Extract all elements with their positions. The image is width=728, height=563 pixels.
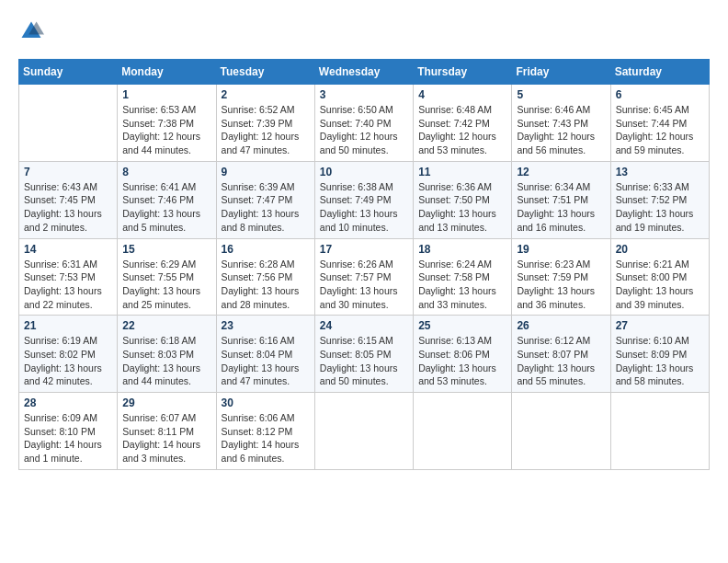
calendar-table: SundayMondayTuesdayWednesdayThursdayFrid…: [18, 59, 710, 470]
day-number: 15: [122, 243, 210, 256]
day-info: Sunrise: 6:21 AMSunset: 8:00 PMDaylight:…: [616, 258, 704, 312]
day-number: 20: [616, 243, 704, 256]
day-info: Sunrise: 6:43 AMSunset: 7:45 PMDaylight:…: [24, 180, 112, 235]
calendar-cell: 8Sunrise: 6:41 AMSunset: 7:46 PMDaylight…: [118, 161, 216, 238]
day-number: 1: [122, 88, 210, 101]
day-info: Sunrise: 6:07 AMSunset: 8:11 PMDaylight:…: [122, 411, 210, 465]
calendar-cell: 6Sunrise: 6:45 AMSunset: 7:44 PMDaylight…: [610, 85, 709, 162]
weekday-header-friday: Friday: [512, 60, 610, 85]
day-info: Sunrise: 6:53 AMSunset: 7:38 PMDaylight:…: [122, 103, 210, 157]
weekday-header-tuesday: Tuesday: [216, 60, 314, 85]
weekday-header-monday: Monday: [118, 60, 216, 85]
day-number: 7: [24, 166, 112, 178]
day-number: 29: [122, 396, 210, 409]
calendar-cell: 7Sunrise: 6:43 AMSunset: 7:45 PMDaylight…: [19, 161, 118, 238]
day-number: 22: [122, 319, 210, 332]
day-info: Sunrise: 6:09 AMSunset: 8:10 PMDaylight:…: [24, 411, 112, 465]
day-info: Sunrise: 6:28 AMSunset: 7:56 PMDaylight:…: [222, 258, 310, 312]
day-info: Sunrise: 6:19 AMSunset: 8:02 PMDaylight:…: [24, 334, 112, 388]
day-info: Sunrise: 6:15 AMSunset: 8:05 PMDaylight:…: [320, 334, 408, 388]
weekday-header-thursday: Thursday: [414, 60, 512, 85]
day-info: Sunrise: 6:31 AMSunset: 7:53 PMDaylight:…: [24, 258, 112, 312]
logo: [18, 18, 48, 44]
day-info: Sunrise: 6:45 AMSunset: 7:44 PMDaylight:…: [616, 103, 704, 157]
calendar-cell: 22Sunrise: 6:18 AMSunset: 8:03 PMDayligh…: [118, 316, 216, 393]
calendar-cell: 13Sunrise: 6:33 AMSunset: 7:52 PMDayligh…: [610, 161, 709, 238]
weekday-header-sunday: Sunday: [19, 60, 118, 85]
day-info: Sunrise: 6:38 AMSunset: 7:49 PMDaylight:…: [320, 180, 408, 235]
day-info: Sunrise: 6:33 AMSunset: 7:52 PMDaylight:…: [616, 180, 704, 235]
calendar-cell: 24Sunrise: 6:15 AMSunset: 8:05 PMDayligh…: [314, 316, 413, 393]
day-number: 25: [418, 319, 506, 332]
calendar-cell: 12Sunrise: 6:34 AMSunset: 7:51 PMDayligh…: [512, 161, 610, 238]
calendar-cell: 17Sunrise: 6:26 AMSunset: 7:57 PMDayligh…: [314, 238, 413, 316]
day-number: 3: [320, 88, 408, 101]
calendar-cell: 23Sunrise: 6:16 AMSunset: 8:04 PMDayligh…: [216, 316, 314, 393]
day-number: 9: [222, 166, 310, 178]
day-number: 19: [517, 243, 605, 256]
day-number: 2: [222, 88, 310, 101]
calendar-cell: 4Sunrise: 6:48 AMSunset: 7:42 PMDaylight…: [414, 85, 512, 162]
calendar-cell: 21Sunrise: 6:19 AMSunset: 8:02 PMDayligh…: [19, 316, 118, 393]
logo-icon: [18, 18, 44, 44]
day-number: 10: [320, 166, 408, 178]
weekday-header-saturday: Saturday: [610, 60, 709, 85]
day-number: 24: [320, 319, 408, 332]
day-number: 30: [222, 396, 310, 409]
calendar-cell: 5Sunrise: 6:46 AMSunset: 7:43 PMDaylight…: [512, 85, 610, 162]
day-info: Sunrise: 6:48 AMSunset: 7:42 PMDaylight:…: [418, 103, 506, 157]
day-info: Sunrise: 6:50 AMSunset: 7:40 PMDaylight:…: [320, 103, 408, 157]
day-info: Sunrise: 6:26 AMSunset: 7:57 PMDaylight:…: [320, 258, 408, 312]
day-info: Sunrise: 6:24 AMSunset: 7:58 PMDaylight:…: [418, 258, 506, 312]
calendar-cell: [19, 85, 118, 162]
calendar-cell: 16Sunrise: 6:28 AMSunset: 7:56 PMDayligh…: [216, 238, 314, 316]
day-info: Sunrise: 6:46 AMSunset: 7:43 PMDaylight:…: [517, 103, 605, 157]
day-number: 4: [418, 88, 506, 101]
calendar-cell: 14Sunrise: 6:31 AMSunset: 7:53 PMDayligh…: [19, 238, 118, 316]
day-info: Sunrise: 6:13 AMSunset: 8:06 PMDaylight:…: [418, 334, 506, 388]
day-number: 21: [24, 319, 112, 332]
day-number: 14: [24, 243, 112, 256]
day-info: Sunrise: 6:41 AMSunset: 7:46 PMDaylight:…: [122, 180, 210, 235]
day-number: 27: [616, 319, 704, 332]
day-info: Sunrise: 6:23 AMSunset: 7:59 PMDaylight:…: [517, 258, 605, 312]
calendar-cell: 18Sunrise: 6:24 AMSunset: 7:58 PMDayligh…: [414, 238, 512, 316]
calendar-cell: [512, 393, 610, 470]
day-info: Sunrise: 6:52 AMSunset: 7:39 PMDaylight:…: [222, 103, 310, 157]
day-info: Sunrise: 6:18 AMSunset: 8:03 PMDaylight:…: [122, 334, 210, 388]
calendar-cell: 28Sunrise: 6:09 AMSunset: 8:10 PMDayligh…: [19, 393, 118, 470]
calendar-cell: 10Sunrise: 6:38 AMSunset: 7:49 PMDayligh…: [314, 161, 413, 238]
calendar-cell: 27Sunrise: 6:10 AMSunset: 8:09 PMDayligh…: [610, 316, 709, 393]
calendar-cell: 15Sunrise: 6:29 AMSunset: 7:55 PMDayligh…: [118, 238, 216, 316]
day-info: Sunrise: 6:06 AMSunset: 8:12 PMDaylight:…: [222, 411, 310, 465]
calendar-cell: 26Sunrise: 6:12 AMSunset: 8:07 PMDayligh…: [512, 316, 610, 393]
day-number: 6: [616, 88, 704, 101]
day-number: 23: [222, 319, 310, 332]
calendar-cell: [610, 393, 709, 470]
day-info: Sunrise: 6:36 AMSunset: 7:50 PMDaylight:…: [418, 180, 506, 235]
calendar-cell: 11Sunrise: 6:36 AMSunset: 7:50 PMDayligh…: [414, 161, 512, 238]
calendar-cell: 30Sunrise: 6:06 AMSunset: 8:12 PMDayligh…: [216, 393, 314, 470]
day-info: Sunrise: 6:16 AMSunset: 8:04 PMDaylight:…: [222, 334, 310, 388]
day-number: 8: [122, 166, 210, 178]
day-number: 13: [616, 166, 704, 178]
calendar-cell: 20Sunrise: 6:21 AMSunset: 8:00 PMDayligh…: [610, 238, 709, 316]
calendar-cell: 2Sunrise: 6:52 AMSunset: 7:39 PMDaylight…: [216, 85, 314, 162]
calendar-cell: [414, 393, 512, 470]
calendar-cell: [314, 393, 413, 470]
day-info: Sunrise: 6:10 AMSunset: 8:09 PMDaylight:…: [616, 334, 704, 388]
page-header: [18, 18, 710, 44]
day-number: 17: [320, 243, 408, 256]
day-number: 12: [517, 166, 605, 178]
calendar-week-row: 28Sunrise: 6:09 AMSunset: 8:10 PMDayligh…: [19, 393, 710, 470]
day-number: 18: [418, 243, 506, 256]
day-info: Sunrise: 6:39 AMSunset: 7:47 PMDaylight:…: [222, 180, 310, 235]
day-number: 16: [222, 243, 310, 256]
calendar-cell: 3Sunrise: 6:50 AMSunset: 7:40 PMDaylight…: [314, 85, 413, 162]
calendar-week-row: 7Sunrise: 6:43 AMSunset: 7:45 PMDaylight…: [19, 161, 710, 238]
calendar-week-row: 21Sunrise: 6:19 AMSunset: 8:02 PMDayligh…: [19, 316, 710, 393]
calendar-cell: 19Sunrise: 6:23 AMSunset: 7:59 PMDayligh…: [512, 238, 610, 316]
day-info: Sunrise: 6:29 AMSunset: 7:55 PMDaylight:…: [122, 258, 210, 312]
weekday-header-row: SundayMondayTuesdayWednesdayThursdayFrid…: [19, 60, 710, 85]
calendar-cell: 9Sunrise: 6:39 AMSunset: 7:47 PMDaylight…: [216, 161, 314, 238]
